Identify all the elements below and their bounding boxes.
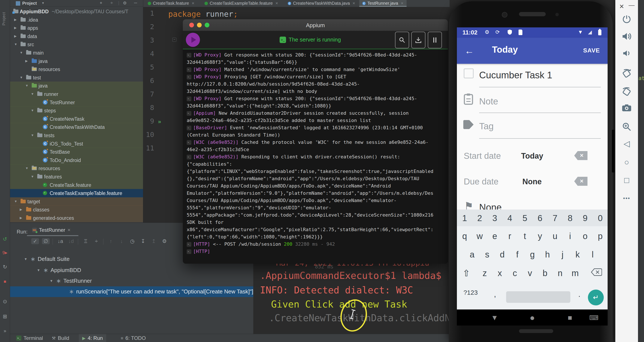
key-w[interactable]: w bbox=[476, 231, 483, 241]
tree-item-data[interactable]: ▶data bbox=[10, 32, 143, 40]
nav-back-icon[interactable]: ▼ bbox=[491, 314, 498, 322]
close-tab-icon[interactable]: ✕ bbox=[352, 1, 355, 5]
refresh-icon[interactable]: ↻ bbox=[0, 264, 10, 270]
pause-icon[interactable] bbox=[428, 32, 442, 48]
key-7[interactable]: 7 bbox=[552, 214, 557, 223]
chevron-down-icon[interactable]: ▼ bbox=[31, 175, 34, 178]
volume-down-icon[interactable] bbox=[615, 50, 638, 58]
volume-rocker[interactable] bbox=[612, 130, 614, 172]
key-g[interactable]: g bbox=[530, 250, 534, 260]
test-tree-item[interactable]: ∗runScenario["The user can add new task"… bbox=[10, 286, 253, 297]
key-0[interactable]: 0 bbox=[598, 214, 602, 223]
tree-item-main[interactable]: ▼main bbox=[10, 48, 143, 57]
key-y[interactable]: y bbox=[538, 231, 542, 241]
task-checkbox[interactable] bbox=[464, 68, 474, 78]
chevron-down-icon[interactable]: ▼ bbox=[31, 108, 34, 112]
key-9[interactable]: 9 bbox=[583, 214, 588, 223]
key-l[interactable]: l bbox=[592, 250, 594, 260]
tree-item-appiumbdd[interactable]: AppiumBDD~/Desktop/Desktop/TAU Courses/T bbox=[10, 7, 143, 16]
tab-createtask-feature[interactable]: CreateTask.feature✕ bbox=[145, 0, 198, 7]
key-f[interactable]: f bbox=[516, 250, 518, 260]
tree-item-java[interactable]: ▶java bbox=[10, 57, 143, 65]
statusbar-4-run[interactable]: ▶4: Run bbox=[79, 334, 106, 342]
key-2[interactable]: 2 bbox=[477, 214, 482, 223]
test-tree-item[interactable]: ▼∗TestRunner bbox=[10, 276, 253, 286]
tree-item-ios-todo-test[interactable]: CiOS_Todo_Test bbox=[10, 140, 143, 148]
close-tab-icon[interactable]: ✕ bbox=[275, 1, 278, 5]
chevron-down-icon[interactable]: ▼ bbox=[24, 257, 28, 261]
project-panel-title[interactable]: Project bbox=[22, 1, 37, 6]
sort-alpha-icon[interactable]: ↓a bbox=[56, 238, 64, 244]
comma-key[interactable]: , bbox=[494, 290, 496, 299]
history-icon[interactable]: ◷ bbox=[128, 238, 136, 244]
back-icon[interactable]: ◁ bbox=[615, 139, 638, 148]
key-o[interactable]: o bbox=[583, 231, 588, 241]
tag-field[interactable]: Tag bbox=[479, 121, 494, 132]
close-icon[interactable]: ✕ bbox=[68, 228, 71, 232]
key-k[interactable]: k bbox=[576, 250, 580, 260]
key-s[interactable]: s bbox=[485, 250, 489, 260]
chevron-right-icon[interactable]: ▶ bbox=[14, 18, 17, 22]
export-icon[interactable]: ↥ bbox=[150, 238, 158, 244]
chevron-right-icon[interactable]: ▶ bbox=[20, 216, 22, 220]
tree-item-todo-android[interactable]: CToDo_Android bbox=[10, 156, 143, 164]
tree-item-createnewtaskwithdata[interactable]: CCreateNewTaskWithData bbox=[10, 123, 143, 131]
tree-item-test[interactable]: ▼test bbox=[10, 74, 143, 82]
note-field[interactable]: Note bbox=[479, 96, 498, 106]
tree-item-tests[interactable]: ▼tests bbox=[10, 131, 143, 140]
search-icon[interactable] bbox=[395, 32, 409, 48]
chevron-right-icon[interactable]: ▶ bbox=[14, 34, 17, 38]
chevron-down-icon[interactable]: ▼ bbox=[20, 51, 23, 54]
next-icon[interactable]: ↓ bbox=[118, 238, 126, 244]
project-stripe-label[interactable]: Project bbox=[2, 12, 6, 26]
tree-item-src[interactable]: ▼src bbox=[10, 40, 143, 48]
grid-icon[interactable]: ⊞ bbox=[0, 314, 10, 319]
import-icon[interactable]: ↧ bbox=[139, 238, 147, 244]
back-arrow-icon[interactable]: ← bbox=[464, 45, 474, 56]
key-c[interactable]: c bbox=[513, 268, 517, 278]
key-u[interactable]: u bbox=[552, 231, 557, 241]
key-j[interactable]: j bbox=[562, 250, 564, 260]
key-5[interactable]: 5 bbox=[522, 214, 527, 223]
hide-panel-icon[interactable]: ─ bbox=[134, 0, 137, 5]
screenshot-icon[interactable]: ⊙ bbox=[0, 299, 10, 304]
tree-item-runner[interactable]: ▼runner bbox=[10, 90, 143, 98]
symbols-key[interactable]: ?123 bbox=[464, 289, 478, 296]
tree-item-createtask-feature[interactable]: CreateTask.feature bbox=[10, 181, 143, 189]
key-e[interactable]: e bbox=[492, 231, 497, 241]
nav-keyboard-icon[interactable]: ⌨ bbox=[589, 314, 598, 322]
key-3[interactable]: 3 bbox=[492, 214, 497, 223]
collapse-all-icon[interactable]: ÷ bbox=[92, 238, 100, 244]
chevron-right-icon[interactable]: ▶ bbox=[25, 59, 28, 63]
download-icon[interactable] bbox=[411, 32, 426, 48]
statusbar-6-todo[interactable]: ≡6: TODO bbox=[117, 334, 149, 342]
show-ignored-icon[interactable]: ∅ bbox=[42, 238, 50, 244]
key-d[interactable]: d bbox=[500, 250, 504, 260]
tab-testrunner-java[interactable]: CTestRunner.java✕ bbox=[359, 0, 406, 7]
appium-title-bar[interactable]: Appium bbox=[183, 19, 448, 31]
tree-item-generated-sources[interactable]: ▶generated-sources bbox=[10, 214, 143, 222]
collapse-all-icon[interactable]: ÷ bbox=[110, 0, 113, 5]
tree-item-resources[interactable]: ▼resources bbox=[10, 164, 143, 172]
key-r[interactable]: r bbox=[508, 231, 511, 241]
overview-icon[interactable]: □ bbox=[615, 176, 638, 184]
backspace-key[interactable] bbox=[591, 268, 602, 278]
key-i[interactable]: i bbox=[569, 231, 571, 241]
chevron-down-icon[interactable]: ▼ bbox=[20, 76, 23, 79]
enter-key[interactable]: ↵ bbox=[588, 290, 604, 306]
rotate-right-icon[interactable] bbox=[615, 86, 638, 97]
locate-icon[interactable]: ⌖ bbox=[100, 0, 102, 5]
screenshot-icon[interactable] bbox=[615, 104, 638, 112]
chevron-down-icon[interactable]: ▼ bbox=[50, 279, 53, 283]
key-m[interactable]: m bbox=[572, 268, 579, 278]
key-p[interactable]: p bbox=[598, 231, 602, 241]
space-key[interactable] bbox=[506, 291, 570, 303]
tree-item-testrunner[interactable]: CTestRunner bbox=[10, 98, 143, 106]
tree-item-createtaskexampletable-feature[interactable]: CreateTaskExampleTable.feature bbox=[10, 189, 143, 197]
minimize-icon[interactable]: — bbox=[628, 2, 634, 8]
appium-play-button[interactable] bbox=[186, 33, 200, 47]
stop-icon[interactable]: ■ bbox=[0, 279, 10, 284]
chevron-down-icon[interactable]: ▼ bbox=[14, 200, 17, 203]
period-key[interactable]: . bbox=[578, 290, 580, 299]
power-icon[interactable] bbox=[615, 14, 638, 24]
